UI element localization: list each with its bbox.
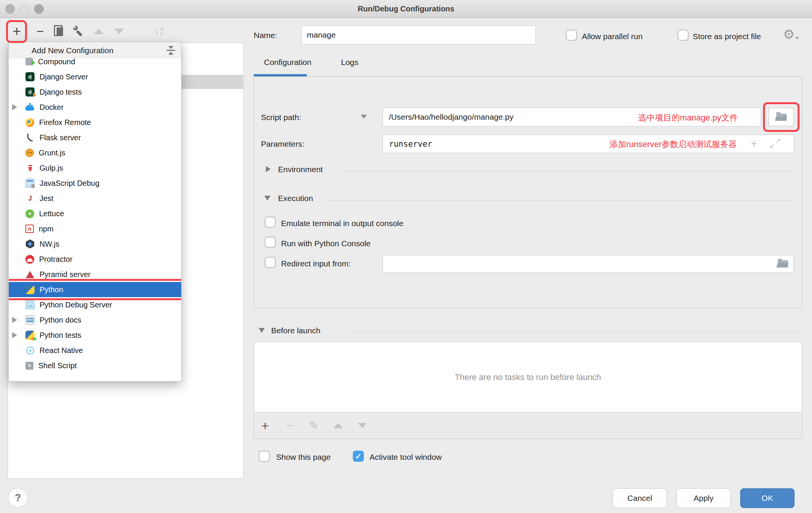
shell-script-icon xyxy=(25,362,33,370)
configuration-type-item-nw-js[interactable]: NW.js xyxy=(9,236,181,252)
redirect-input-field[interactable] xyxy=(382,255,794,273)
configuration-type-item-python[interactable]: Python xyxy=(9,282,181,297)
configuration-type-item-python-debug-server[interactable]: Python Debug Server xyxy=(9,297,181,312)
before-launch-section-label[interactable]: Before launch xyxy=(271,326,321,335)
show-this-page-checkbox[interactable] xyxy=(259,451,270,462)
configuration-type-item-grunt-js[interactable]: Grunt.js xyxy=(9,145,181,160)
show-this-page-label: Show this page xyxy=(276,453,331,462)
configuration-type-item-flask-server[interactable]: Flask server xyxy=(9,130,181,145)
close-window-button[interactable] xyxy=(5,4,15,14)
no-tasks-message: There are no tasks to run before launch xyxy=(254,372,802,382)
expand-arrow-icon[interactable] xyxy=(12,104,17,110)
gulp-icon xyxy=(25,163,35,173)
script-path-dropdown-icon[interactable] xyxy=(361,115,367,119)
redirect-input-checkbox[interactable] xyxy=(265,257,276,268)
activate-tool-window-checkbox[interactable] xyxy=(353,451,364,462)
sort-arrow-icon: ↓ xyxy=(154,26,160,36)
environment-section-label[interactable]: Environment xyxy=(278,165,323,174)
configuration-type-item-python-tests[interactable]: Python tests xyxy=(9,328,181,343)
edit-task-button[interactable] xyxy=(307,419,320,432)
configuration-type-item-jest[interactable]: Jest xyxy=(9,191,181,206)
move-up-button[interactable] xyxy=(90,23,107,40)
move-down-button[interactable] xyxy=(111,23,128,40)
configuration-type-label: Pyramid server xyxy=(39,270,90,279)
configuration-type-label: Protractor xyxy=(39,255,73,264)
traffic-lights xyxy=(5,4,44,14)
configuration-type-item-django-server[interactable]: Django Server xyxy=(9,69,181,84)
before-launch-tasks-panel: There are no tasks to run before launch xyxy=(254,342,802,439)
allow-parallel-run-checkbox[interactable] xyxy=(566,30,577,41)
copy-configuration-button[interactable] xyxy=(51,23,68,40)
execution-collapse-icon[interactable] xyxy=(264,196,270,201)
plus-icon[interactable]: + xyxy=(750,137,757,150)
environment-expand-icon[interactable] xyxy=(266,166,271,172)
configuration-type-item-python-docs[interactable]: Python docs xyxy=(9,312,181,328)
move-task-down-button[interactable] xyxy=(356,419,369,432)
sort-az-icon: az xyxy=(160,26,163,36)
popup-title: Add New Configuration xyxy=(32,46,114,55)
collapse-all-icon[interactable] xyxy=(167,46,175,55)
name-input[interactable] xyxy=(301,25,536,44)
configuration-type-label: npm xyxy=(39,225,54,233)
folder-icon xyxy=(776,114,787,121)
configuration-type-label: Compound xyxy=(38,57,75,66)
configuration-type-item-npm[interactable]: npm xyxy=(9,221,181,236)
expand-arrow-icon[interactable] xyxy=(12,317,17,323)
script-path-field[interactable]: /Users/Hao/hellodjango/manage.py 选中项目的ma… xyxy=(382,108,761,127)
sort-configurations-button[interactable]: ↓ az xyxy=(150,23,167,40)
execution-divider xyxy=(325,200,792,201)
configuration-type-item-javascript-debug[interactable]: JavaScript Debug xyxy=(9,176,181,191)
browse-script-path-button[interactable] xyxy=(769,108,794,126)
configuration-type-item-gulp-js[interactable]: Gulp.js xyxy=(9,160,181,176)
add-configuration-button[interactable] xyxy=(8,23,25,40)
minimize-window-button[interactable] xyxy=(20,4,29,14)
add-task-button[interactable] xyxy=(259,419,272,432)
expand-arrow-icon[interactable] xyxy=(12,332,17,338)
remove-configuration-button[interactable] xyxy=(32,23,49,40)
configuration-type-item-react-native[interactable]: React Native xyxy=(9,343,181,358)
django-server-icon xyxy=(25,72,35,81)
protractor-icon xyxy=(25,255,34,264)
apply-button[interactable]: Apply xyxy=(676,488,731,508)
cancel-button[interactable]: Cancel xyxy=(613,488,667,508)
configuration-type-item-protractor[interactable]: Protractor xyxy=(9,252,181,267)
configuration-type-label: Jest xyxy=(39,194,54,203)
configuration-type-label: Django tests xyxy=(39,88,82,97)
wrench-handle-icon xyxy=(76,30,82,36)
ok-button[interactable]: OK xyxy=(740,488,795,508)
gear-icon[interactable] xyxy=(783,27,798,42)
emulate-terminal-checkbox[interactable] xyxy=(265,217,276,228)
configuration-type-item-compound[interactable]: Compound xyxy=(9,54,181,69)
configuration-type-item-firefox-remote[interactable]: Firefox Remote xyxy=(9,115,181,130)
move-task-up-button[interactable] xyxy=(332,419,344,432)
python-tests-icon xyxy=(25,331,35,340)
configuration-type-label: Python Debug Server xyxy=(39,301,112,309)
script-path-label: Script path: xyxy=(261,113,301,122)
folder-icon[interactable] xyxy=(778,260,788,268)
parameters-field[interactable]: runserver 添加runserver参数启动测试服务器 + xyxy=(382,135,794,153)
zoom-window-button[interactable] xyxy=(34,4,44,14)
configuration-type-item-django-tests[interactable]: Django tests xyxy=(9,84,181,100)
parameters-label: Parameters: xyxy=(261,139,304,149)
remove-task-button[interactable] xyxy=(283,419,296,432)
grunt-icon xyxy=(25,149,34,157)
javascript-debug-icon xyxy=(25,179,35,188)
expand-diagonal-icon[interactable] xyxy=(769,138,781,149)
configuration-type-item-pyramid-server[interactable]: Pyramid server xyxy=(9,267,181,282)
configuration-type-item-shell-script[interactable]: Shell Script xyxy=(9,358,181,373)
run-with-python-console-checkbox[interactable] xyxy=(265,237,276,248)
script-path-annotation: 选中项目的manage.py文件 xyxy=(638,112,738,124)
tab-logs[interactable]: Logs xyxy=(341,58,359,67)
compound-icon xyxy=(25,58,33,65)
configuration-type-item-docker[interactable]: Docker xyxy=(9,100,181,115)
parameters-value: runserver xyxy=(383,139,432,149)
run-debug-configurations-dialog: Run/Debug Configurations + ↓ az Add New … xyxy=(0,0,812,513)
execution-section-label[interactable]: Execution xyxy=(278,194,313,203)
before-launch-collapse-icon[interactable] xyxy=(259,328,265,333)
tab-configuration[interactable]: Configuration xyxy=(264,58,311,67)
python-docs-icon xyxy=(25,315,35,325)
store-as-project-file-checkbox[interactable] xyxy=(678,30,689,41)
configuration-type-item-lettuce[interactable]: Lettuce xyxy=(9,206,181,221)
help-button[interactable]: ? xyxy=(8,488,28,508)
edit-templates-wrench-button[interactable] xyxy=(70,23,87,40)
